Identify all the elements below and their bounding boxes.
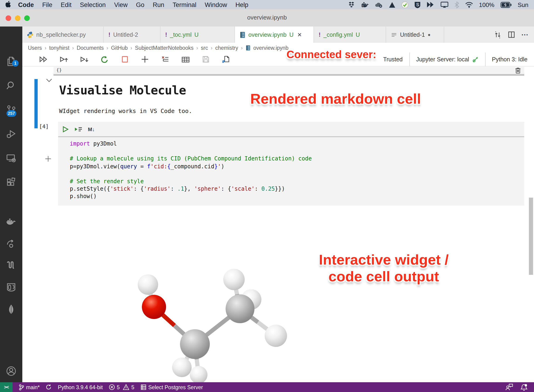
breadcrumb-item[interactable]: tonyhirst [49,45,69,51]
save-icon[interactable] [202,55,210,63]
menu-item-selection[interactable]: Selection [76,1,110,8]
remote-indicator[interactable]: >< [0,382,13,392]
run-above-icon[interactable] [60,55,68,63]
liveshare-icon[interactable] [6,238,17,249]
atom-H[interactable] [223,269,245,290]
export-icon[interactable] [222,55,230,63]
git-branch-status[interactable]: main* [19,384,40,390]
shield-s-icon[interactable]: S [414,1,420,8]
run-cell-icon[interactable] [62,125,69,133]
tab-config-yml[interactable]: ! _config.yml U [314,27,386,43]
run-all-icon[interactable] [39,55,47,63]
code-line[interactable]: p.setStyle({'stick': {'radius': .1}, 'sp… [70,186,524,193]
atom-C[interactable] [226,294,254,323]
atom-H[interactable] [190,366,207,382]
more-actions-icon[interactable]: ··· [521,31,528,39]
run-below-icon[interactable] [80,55,88,63]
markdown-cell-button[interactable]: M↓ [88,126,95,132]
check-circle-icon[interactable] [401,1,408,8]
open-changes-icon[interactable] [494,31,501,38]
menu-item-code[interactable]: Code [14,1,38,8]
interrupt-icon[interactable] [121,55,129,63]
tab-toc-yml[interactable]: ! _toc.yml U [160,27,235,43]
code-line[interactable]: p=py3Dmol.view(query = f'cid:{_compound.… [70,163,524,170]
tab-untitled-2[interactable]: ! Untitled-2 [104,27,160,43]
onedrive-icon[interactable] [375,2,383,8]
feedback-icon[interactable] [505,384,513,391]
menu-item-file[interactable]: File [38,1,57,8]
vagrant-icon[interactable] [389,2,395,8]
apple-menu[interactable] [0,1,14,8]
editor-scrollbar[interactable] [529,198,533,275]
breadcrumb-file[interactable]: overview.ipynb [253,45,288,51]
tab-overview-ipynb[interactable]: overview.ipynb U ✕ [235,27,314,43]
menu-item-go[interactable]: Go [132,1,149,8]
code-line[interactable]: # Lookup a molecule using its CID (PubCh… [70,156,524,163]
atom-O[interactable] [142,295,166,319]
atom-H[interactable] [138,274,158,295]
menu-clock-day[interactable]: Sun [518,1,528,8]
python-interpreter[interactable]: Python 3.9.4 64-bit [58,384,103,390]
menu-item-window[interactable]: Window [201,1,231,8]
breadcrumb-item[interactable]: Documents [77,45,104,51]
account-icon[interactable] [6,365,17,377]
sync-changes[interactable] [46,384,52,390]
atom-H[interactable] [172,358,192,377]
jupyter-server-indicator[interactable]: Jupyter Server: local [410,56,485,63]
breadcrumb-item[interactable]: GitHub [111,45,128,51]
docker-icon[interactable] [6,216,17,227]
code-line[interactable]: # Set the render style [70,178,524,186]
docker-menu-icon[interactable]: ! [361,1,369,8]
molecule-widget[interactable] [112,253,307,382]
menu-item-view[interactable]: View [110,1,132,8]
restart-icon[interactable] [100,55,109,63]
remote-explorer-icon[interactable] [6,153,17,164]
breadcrumb-item[interactable]: chemistry [215,45,238,51]
menu-item-edit[interactable]: Edit [56,1,76,8]
code-line[interactable]: import py3Dmol [70,140,524,148]
breadcrumb-item[interactable]: SubjectMatterNotebooks [135,45,193,51]
search-icon[interactable] [6,80,17,91]
kernel-indicator[interactable]: Python 3: Idle [485,56,534,63]
problems-indicator[interactable]: 5 5 [109,384,134,390]
dropbox-icon[interactable] [348,1,355,8]
debug-icon[interactable] [6,128,17,140]
menu-item-terminal[interactable]: Terminal [168,1,201,8]
code-cell[interactable]: M↓ import py3Dmol # Lookup a molecule us… [58,122,524,205]
clear-outputs-icon[interactable] [161,55,169,63]
run-below-cell-icon[interactable] [75,125,82,133]
menu-item-run[interactable]: Run [149,1,169,8]
notifications-bell-icon[interactable] [520,383,528,391]
code-line[interactable]: p.show() [70,193,524,201]
breadcrumb-item[interactable]: Users [28,45,42,51]
atom-H[interactable] [265,325,287,347]
code-line[interactable] [70,148,524,155]
extensions-icon[interactable] [6,177,17,188]
postgres-icon[interactable] [6,282,17,293]
snake-extension-icon[interactable] [6,260,17,271]
chevrons-icon[interactable] [426,1,434,8]
breadcrumb-item[interactable]: src [201,45,208,51]
bluetooth-icon[interactable] [454,1,459,8]
add-cell-gutter-icon[interactable] [45,156,51,162]
code-line[interactable] [70,171,524,178]
code-lines[interactable]: import py3Dmol # Lookup a molecule using… [58,137,524,205]
variables-icon[interactable] [181,56,190,63]
add-cell-icon[interactable] [141,55,149,63]
tab-nb-spellchecker[interactable]: nb_spellchecker.py [22,27,104,43]
delete-cell-icon[interactable] [515,67,521,74]
wifi-icon[interactable] [465,2,473,8]
split-editor-icon[interactable] [508,31,515,38]
collapsed-cell-strip[interactable]: {} [53,67,524,74]
menu-item-help[interactable]: Help [231,1,253,8]
close-tab-icon[interactable]: ✕ [297,31,302,38]
postgres-server-selector[interactable]: Select Postgres Server [141,384,203,390]
collapse-cell-chevron-icon[interactable] [46,79,52,82]
atom-C[interactable] [180,329,210,359]
tab-untitled-1[interactable]: Untitled-1 ● [386,27,444,43]
warning-icon [123,384,130,390]
cell-language-indicator[interactable]: {} [56,67,62,73]
airplay-icon[interactable] [440,1,448,8]
mongodb-icon[interactable] [6,304,17,315]
trusted-indicator[interactable]: Trusted [377,56,409,63]
